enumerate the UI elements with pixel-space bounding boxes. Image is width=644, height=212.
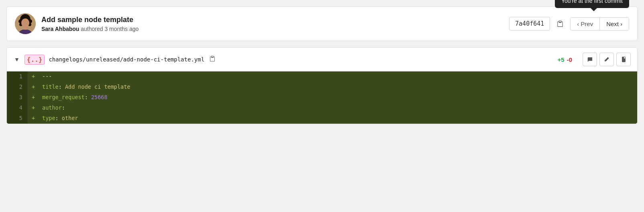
diff-header: ▼ {..} changelogs/unreleased/add-node-ci… xyxy=(7,48,637,71)
avatar xyxy=(15,13,36,34)
stat-removed: -0 xyxy=(567,56,572,63)
next-button[interactable]: Next › xyxy=(600,18,629,30)
prev-button[interactable]: ‹ Prev xyxy=(571,18,600,30)
tooltip: You're at the first commit xyxy=(555,0,629,8)
diff-header-actions xyxy=(583,53,631,66)
line-number: 4 xyxy=(7,103,28,113)
diff-stats: +5 -0 xyxy=(558,56,572,63)
file-path: changelogs/unreleased/add-node-ci-templa… xyxy=(49,56,204,63)
line-sign: + xyxy=(28,113,39,124)
file-type-icon: {..} xyxy=(24,55,45,65)
diff-line: 3+merge_request: 25668 xyxy=(7,92,637,103)
commit-sha: 7a40f641 xyxy=(509,17,550,31)
comment-icon xyxy=(587,56,593,63)
line-number: 2 xyxy=(7,82,28,92)
commit-meta: Sara Ahbabou authored 3 months ago xyxy=(41,26,139,32)
copy-path-button[interactable] xyxy=(208,55,216,64)
author-name: Sara Ahbabou xyxy=(41,26,79,32)
line-content: author: xyxy=(39,103,637,113)
copy-path-icon xyxy=(209,55,216,62)
line-number: 3 xyxy=(7,92,28,103)
nav-btn-group: ‹ Prev Next › xyxy=(570,17,629,31)
next-label: Next xyxy=(606,20,619,27)
commit-left: Add sample node template Sara Ahbabou au… xyxy=(15,13,139,34)
comment-button[interactable] xyxy=(583,53,597,66)
line-content: merge_request: 25668 xyxy=(39,92,637,103)
tooltip-text: You're at the first commit xyxy=(561,0,623,4)
collapse-button[interactable]: ▼ xyxy=(13,55,20,63)
line-sign: + xyxy=(28,82,39,92)
line-sign: + xyxy=(28,103,39,113)
diff-code: 1+---2+title: Add node ci template3+merg… xyxy=(7,71,637,124)
commit-info: Add sample node template Sara Ahbabou au… xyxy=(41,16,139,32)
prev-label: Prev xyxy=(581,20,593,27)
commit-title: Add sample node template xyxy=(41,16,139,24)
view-file-button[interactable] xyxy=(616,53,631,66)
line-content: type: other xyxy=(39,113,637,124)
line-number: 1 xyxy=(7,71,28,82)
diff-line: 4+author: xyxy=(7,103,637,113)
svg-rect-8 xyxy=(24,26,27,30)
prev-chevron-icon: ‹ xyxy=(577,20,579,27)
copy-sha-button[interactable] xyxy=(554,18,566,30)
edit-button[interactable] xyxy=(599,53,614,66)
line-sign: + xyxy=(28,71,39,82)
line-number: 5 xyxy=(7,113,28,124)
commit-right: You're at the first commit 7a40f641 ‹ Pr… xyxy=(509,17,629,31)
line-sign: + xyxy=(28,92,39,103)
diff-line: 2+title: Add node ci template xyxy=(7,82,637,92)
svg-point-6 xyxy=(21,18,29,27)
diff-header-left: ▼ {..} changelogs/unreleased/add-node-ci… xyxy=(13,55,554,65)
line-content: --- xyxy=(39,71,637,82)
chevron-down-icon: ▼ xyxy=(14,56,20,63)
diff-card: ▼ {..} changelogs/unreleased/add-node-ci… xyxy=(6,47,638,124)
edit-icon xyxy=(604,56,609,63)
line-content: title: Add node ci template xyxy=(39,82,637,92)
authored-time: authored 3 months ago xyxy=(81,26,139,32)
diff-line: 1+--- xyxy=(7,71,637,82)
clipboard-icon xyxy=(556,20,564,27)
commit-card: Add sample node template Sara Ahbabou au… xyxy=(6,6,638,41)
stat-added: +5 xyxy=(558,56,565,63)
diff-line: 5+type: other xyxy=(7,113,637,124)
next-chevron-icon: › xyxy=(620,20,622,27)
view-file-icon xyxy=(621,56,626,63)
